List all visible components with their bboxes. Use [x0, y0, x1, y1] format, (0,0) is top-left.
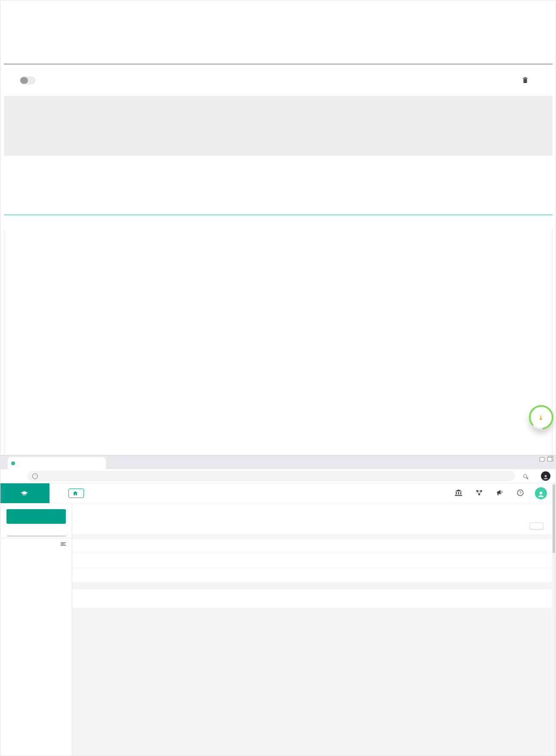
homework-sidebar — [0, 503, 72, 756]
menu-resource-center[interactable] — [469, 489, 489, 497]
homework-table — [72, 590, 556, 608]
signed-students — [4, 156, 553, 214]
menu-user-manual[interactable]: ? — [510, 489, 531, 497]
restore-icon[interactable] — [547, 457, 552, 461]
user-avatar — [535, 487, 547, 499]
user-menu[interactable] — [535, 487, 550, 499]
publish-scores-button[interactable] — [530, 522, 544, 529]
signin-info-line — [4, 96, 553, 102]
gauge-temperature — [539, 415, 543, 420]
battery-gauge — [529, 405, 553, 430]
homework-table-header — [72, 590, 556, 608]
courseware-detail-panel — [0, 0, 556, 228]
homework-header-card — [72, 503, 556, 535]
browser-urlbar — [0, 469, 556, 483]
graduation-cap-icon — [21, 491, 28, 496]
chapter-filter-select[interactable] — [7, 532, 66, 536]
scrollbar-thumb[interactable] — [553, 484, 555, 553]
profile-avatar[interactable] — [541, 471, 550, 481]
homework-main — [72, 503, 556, 756]
page: ? — [0, 0, 556, 756]
homework-table-card — [72, 590, 556, 608]
scrollbar[interactable] — [552, 483, 556, 756]
app-header: ? — [0, 483, 556, 503]
filter-card — [72, 539, 556, 583]
window-controls — [540, 457, 552, 461]
browser-window: ? — [0, 455, 556, 756]
courseware-table — [12, 40, 543, 61]
filter-row-submit — [72, 553, 556, 568]
zoom-icon[interactable] — [523, 474, 527, 478]
megaphone-icon — [496, 489, 503, 496]
student-name-grid — [4, 215, 553, 221]
info-icon[interactable] — [32, 473, 38, 479]
signin-stats — [4, 102, 553, 107]
menu-icon — [61, 542, 66, 546]
workspace — [0, 503, 556, 756]
delete-signin-button[interactable] — [522, 77, 530, 83]
filter-row-sort — [72, 568, 556, 583]
app-logo[interactable] — [0, 483, 49, 503]
share-network-icon — [476, 489, 483, 496]
browser-tab[interactable] — [8, 457, 106, 469]
export-all-scores-button[interactable] — [0, 538, 72, 549]
help-icon: ? — [517, 489, 524, 496]
minimize-icon[interactable] — [540, 457, 544, 461]
bank-icon — [455, 489, 462, 496]
menu-notifications[interactable] — [489, 489, 510, 497]
person-icon — [537, 490, 545, 498]
signin-toolbar — [4, 65, 553, 96]
filter-row-status — [72, 539, 556, 553]
trash-icon — [522, 77, 528, 83]
courseware-table-header — [12, 40, 543, 61]
signin-banner — [4, 96, 553, 156]
new-homework-button[interactable] — [6, 509, 66, 524]
toggle-knob — [20, 77, 28, 84]
nav-classroom-home[interactable] — [68, 489, 84, 498]
favicon-icon — [11, 461, 15, 465]
home-icon — [73, 491, 78, 496]
browser-tabstrip — [0, 455, 556, 469]
thermometer-icon — [539, 415, 542, 420]
svg-text:?: ? — [519, 491, 522, 495]
address-bar[interactable] — [27, 471, 515, 481]
person-icon — [543, 474, 549, 480]
group-display-toggle[interactable] — [20, 77, 35, 84]
menu-my-classroom[interactable] — [448, 489, 469, 497]
